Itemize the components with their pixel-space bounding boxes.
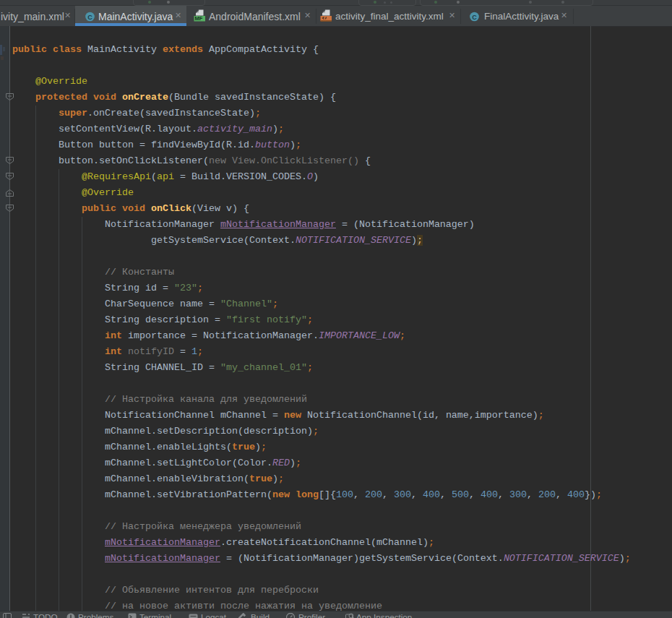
svg-text:C: C: [87, 13, 92, 20]
svg-text:MF: MF: [195, 15, 203, 22]
svg-text:C: C: [472, 13, 477, 20]
